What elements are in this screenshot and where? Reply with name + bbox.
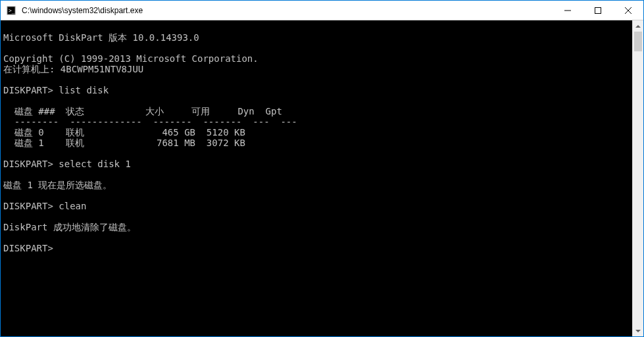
close-button[interactable]	[613, 1, 643, 20]
terminal-output[interactable]: Microsoft DiskPart 版本 10.0.14393.0 Copyr…	[1, 20, 632, 336]
vertical-scrollbar[interactable]	[632, 20, 643, 336]
console-area: Microsoft DiskPart 版本 10.0.14393.0 Copyr…	[1, 20, 643, 336]
svg-text:>_: >_	[9, 8, 15, 14]
scrollbar-thumb[interactable]	[634, 32, 642, 51]
scroll-down-button[interactable]	[633, 325, 643, 336]
maximize-button[interactable]	[583, 1, 613, 20]
app-icon: >_	[6, 5, 16, 16]
svg-marker-6	[635, 25, 641, 28]
titlebar: >_ C:\windows\system32\diskpart.exe	[1, 1, 643, 20]
svg-rect-3	[595, 7, 601, 13]
svg-marker-7	[635, 330, 641, 332]
window-controls	[553, 1, 643, 20]
scroll-up-button[interactable]	[633, 20, 643, 32]
window-title: C:\windows\system32\diskpart.exe	[20, 1, 553, 20]
minimize-button[interactable]	[553, 1, 583, 20]
